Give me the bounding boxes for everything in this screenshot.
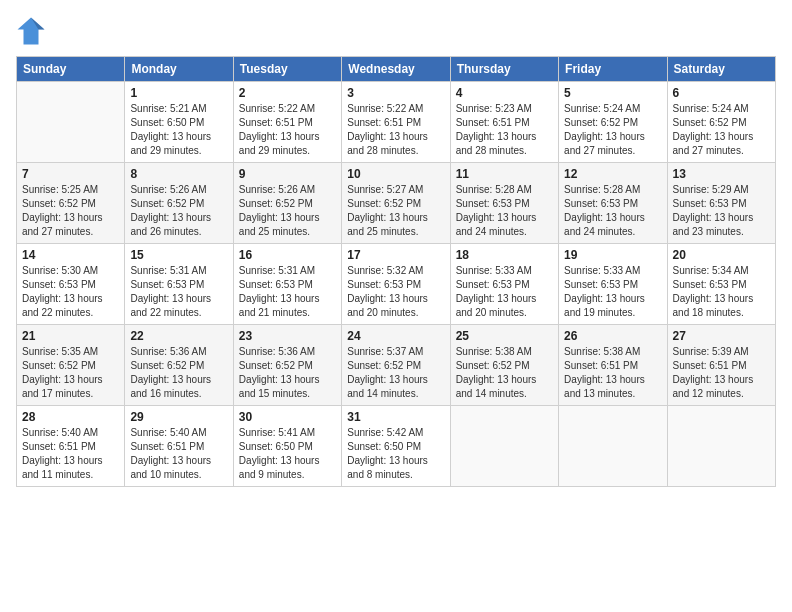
day-number: 2 [239,86,336,100]
calendar-day: 21 Sunrise: 5:35 AMSunset: 6:52 PMDaylig… [17,325,125,406]
calendar-day: 12 Sunrise: 5:28 AMSunset: 6:53 PMDaylig… [559,163,667,244]
calendar-week-1: 1 Sunrise: 5:21 AMSunset: 6:50 PMDayligh… [17,82,776,163]
calendar-table: SundayMondayTuesdayWednesdayThursdayFrid… [16,56,776,487]
day-number: 15 [130,248,227,262]
day-number: 21 [22,329,119,343]
day-number: 1 [130,86,227,100]
day-info: Sunrise: 5:28 AMSunset: 6:53 PMDaylight:… [564,183,661,239]
day-number: 20 [673,248,770,262]
day-info: Sunrise: 5:37 AMSunset: 6:52 PMDaylight:… [347,345,444,401]
day-info: Sunrise: 5:32 AMSunset: 6:53 PMDaylight:… [347,264,444,320]
weekday-header-tuesday: Tuesday [233,57,341,82]
day-info: Sunrise: 5:25 AMSunset: 6:52 PMDaylight:… [22,183,119,239]
svg-marker-0 [18,18,45,45]
day-number: 16 [239,248,336,262]
calendar-day: 28 Sunrise: 5:40 AMSunset: 6:51 PMDaylig… [17,406,125,487]
calendar-day: 3 Sunrise: 5:22 AMSunset: 6:51 PMDayligh… [342,82,450,163]
calendar-day: 11 Sunrise: 5:28 AMSunset: 6:53 PMDaylig… [450,163,558,244]
calendar-day: 2 Sunrise: 5:22 AMSunset: 6:51 PMDayligh… [233,82,341,163]
calendar-day: 18 Sunrise: 5:33 AMSunset: 6:53 PMDaylig… [450,244,558,325]
calendar-day: 15 Sunrise: 5:31 AMSunset: 6:53 PMDaylig… [125,244,233,325]
calendar-day [450,406,558,487]
day-info: Sunrise: 5:31 AMSunset: 6:53 PMDaylight:… [130,264,227,320]
day-info: Sunrise: 5:39 AMSunset: 6:51 PMDaylight:… [673,345,770,401]
calendar-day: 22 Sunrise: 5:36 AMSunset: 6:52 PMDaylig… [125,325,233,406]
day-info: Sunrise: 5:23 AMSunset: 6:51 PMDaylight:… [456,102,553,158]
day-number: 17 [347,248,444,262]
day-number: 5 [564,86,661,100]
calendar-day [17,82,125,163]
calendar-day: 6 Sunrise: 5:24 AMSunset: 6:52 PMDayligh… [667,82,775,163]
day-number: 22 [130,329,227,343]
weekday-header-thursday: Thursday [450,57,558,82]
day-info: Sunrise: 5:26 AMSunset: 6:52 PMDaylight:… [239,183,336,239]
calendar-week-5: 28 Sunrise: 5:40 AMSunset: 6:51 PMDaylig… [17,406,776,487]
weekday-header-monday: Monday [125,57,233,82]
calendar-day: 23 Sunrise: 5:36 AMSunset: 6:52 PMDaylig… [233,325,341,406]
calendar-day: 17 Sunrise: 5:32 AMSunset: 6:53 PMDaylig… [342,244,450,325]
day-number: 31 [347,410,444,424]
day-info: Sunrise: 5:35 AMSunset: 6:52 PMDaylight:… [22,345,119,401]
calendar-day [667,406,775,487]
calendar-day: 8 Sunrise: 5:26 AMSunset: 6:52 PMDayligh… [125,163,233,244]
header [16,16,776,46]
calendar-day: 24 Sunrise: 5:37 AMSunset: 6:52 PMDaylig… [342,325,450,406]
day-info: Sunrise: 5:36 AMSunset: 6:52 PMDaylight:… [130,345,227,401]
logo [16,16,50,46]
day-number: 6 [673,86,770,100]
day-info: Sunrise: 5:33 AMSunset: 6:53 PMDaylight:… [456,264,553,320]
day-number: 9 [239,167,336,181]
calendar-day: 16 Sunrise: 5:31 AMSunset: 6:53 PMDaylig… [233,244,341,325]
day-info: Sunrise: 5:27 AMSunset: 6:52 PMDaylight:… [347,183,444,239]
calendar-day: 5 Sunrise: 5:24 AMSunset: 6:52 PMDayligh… [559,82,667,163]
logo-icon [16,16,46,46]
day-number: 28 [22,410,119,424]
calendar-week-2: 7 Sunrise: 5:25 AMSunset: 6:52 PMDayligh… [17,163,776,244]
day-info: Sunrise: 5:22 AMSunset: 6:51 PMDaylight:… [239,102,336,158]
day-number: 11 [456,167,553,181]
calendar-week-3: 14 Sunrise: 5:30 AMSunset: 6:53 PMDaylig… [17,244,776,325]
day-number: 4 [456,86,553,100]
weekday-header-wednesday: Wednesday [342,57,450,82]
weekday-header-sunday: Sunday [17,57,125,82]
calendar-day: 9 Sunrise: 5:26 AMSunset: 6:52 PMDayligh… [233,163,341,244]
day-number: 7 [22,167,119,181]
calendar-day: 29 Sunrise: 5:40 AMSunset: 6:51 PMDaylig… [125,406,233,487]
day-info: Sunrise: 5:36 AMSunset: 6:52 PMDaylight:… [239,345,336,401]
day-info: Sunrise: 5:38 AMSunset: 6:52 PMDaylight:… [456,345,553,401]
calendar-day: 4 Sunrise: 5:23 AMSunset: 6:51 PMDayligh… [450,82,558,163]
day-info: Sunrise: 5:41 AMSunset: 6:50 PMDaylight:… [239,426,336,482]
calendar-day: 14 Sunrise: 5:30 AMSunset: 6:53 PMDaylig… [17,244,125,325]
day-number: 24 [347,329,444,343]
calendar-day: 31 Sunrise: 5:42 AMSunset: 6:50 PMDaylig… [342,406,450,487]
day-number: 3 [347,86,444,100]
day-number: 10 [347,167,444,181]
day-number: 25 [456,329,553,343]
weekday-header-friday: Friday [559,57,667,82]
day-info: Sunrise: 5:24 AMSunset: 6:52 PMDaylight:… [564,102,661,158]
calendar-day: 27 Sunrise: 5:39 AMSunset: 6:51 PMDaylig… [667,325,775,406]
day-info: Sunrise: 5:22 AMSunset: 6:51 PMDaylight:… [347,102,444,158]
day-number: 29 [130,410,227,424]
day-info: Sunrise: 5:34 AMSunset: 6:53 PMDaylight:… [673,264,770,320]
day-info: Sunrise: 5:28 AMSunset: 6:53 PMDaylight:… [456,183,553,239]
day-number: 26 [564,329,661,343]
calendar-day: 30 Sunrise: 5:41 AMSunset: 6:50 PMDaylig… [233,406,341,487]
day-number: 14 [22,248,119,262]
day-number: 27 [673,329,770,343]
day-number: 12 [564,167,661,181]
day-info: Sunrise: 5:40 AMSunset: 6:51 PMDaylight:… [22,426,119,482]
day-info: Sunrise: 5:40 AMSunset: 6:51 PMDaylight:… [130,426,227,482]
calendar-day: 10 Sunrise: 5:27 AMSunset: 6:52 PMDaylig… [342,163,450,244]
day-number: 30 [239,410,336,424]
day-number: 23 [239,329,336,343]
page-container: SundayMondayTuesdayWednesdayThursdayFrid… [0,0,792,497]
day-number: 8 [130,167,227,181]
day-info: Sunrise: 5:31 AMSunset: 6:53 PMDaylight:… [239,264,336,320]
day-info: Sunrise: 5:21 AMSunset: 6:50 PMDaylight:… [130,102,227,158]
calendar-day: 20 Sunrise: 5:34 AMSunset: 6:53 PMDaylig… [667,244,775,325]
day-info: Sunrise: 5:42 AMSunset: 6:50 PMDaylight:… [347,426,444,482]
day-number: 13 [673,167,770,181]
calendar-week-4: 21 Sunrise: 5:35 AMSunset: 6:52 PMDaylig… [17,325,776,406]
weekday-header-saturday: Saturday [667,57,775,82]
